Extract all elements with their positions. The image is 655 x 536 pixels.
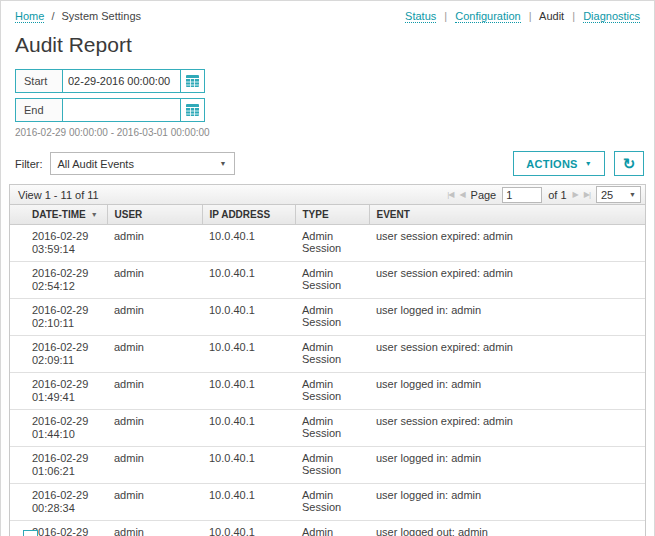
pagination: |◀ ◀ Page of 1 ▶ ▶| 25 ▼ bbox=[447, 186, 641, 203]
column-header-user[interactable]: USER bbox=[107, 205, 202, 224]
cell-date: 2016-02-29 bbox=[32, 378, 100, 391]
audit-table-body: 2016-02-29 03:59:14 admin 10.0.40.1 Admi… bbox=[10, 224, 645, 536]
start-date-label: Start bbox=[16, 70, 63, 92]
page-of-text: of 1 bbox=[548, 189, 566, 201]
breadcrumb-home-link[interactable]: Home bbox=[15, 10, 44, 23]
cell-date-time: 2016-02-29 03:59:14 bbox=[10, 224, 107, 261]
nav-separator: | bbox=[572, 10, 575, 22]
refresh-icon: ↻ bbox=[623, 156, 636, 171]
breadcrumb-separator: / bbox=[51, 10, 54, 22]
actions-button[interactable]: ACTIONS ▼ bbox=[513, 151, 605, 176]
cell-date-time: 2016-02-29 02:54:12 bbox=[10, 261, 107, 298]
cell-user: admin bbox=[107, 224, 202, 261]
cell-user: admin bbox=[107, 520, 202, 536]
top-nav: Status | Configuration | Audit | Diagnos… bbox=[405, 10, 640, 22]
audit-table: DATE-TIME▼ USER IP ADDRESS TYPE EVENT 20… bbox=[10, 205, 645, 536]
cell-time: 02:54:12 bbox=[32, 280, 100, 293]
cell-event: user session expired: admin bbox=[369, 409, 645, 446]
next-page-button[interactable]: ▶ bbox=[573, 190, 578, 199]
table-row[interactable]: 2016-02-29 02:10:11 admin 10.0.40.1 Admi… bbox=[10, 298, 645, 335]
end-date-input[interactable] bbox=[63, 99, 180, 121]
cell-event: user session expired: admin bbox=[369, 224, 645, 261]
table-row[interactable]: 2016-02-29 02:54:12 admin 10.0.40.1 Admi… bbox=[10, 261, 645, 298]
cell-date: 2016-02-29 bbox=[32, 415, 100, 428]
column-label: DATE-TIME bbox=[32, 209, 86, 220]
cell-event: user session expired: admin bbox=[369, 335, 645, 372]
page-size-select[interactable]: 25 ▼ bbox=[596, 186, 641, 203]
sort-desc-icon: ▼ bbox=[91, 211, 98, 218]
table-row[interactable]: 2016-02-29 01:44:10 admin 10.0.40.1 Admi… bbox=[10, 409, 645, 446]
cell-date-time: 2016-02-29 02:09:11 bbox=[10, 335, 107, 372]
cell-time: 01:49:41 bbox=[32, 391, 100, 404]
end-calendar-button[interactable] bbox=[180, 99, 204, 121]
nav-separator: | bbox=[529, 10, 532, 22]
cell-user: admin bbox=[107, 298, 202, 335]
cell-date-time: 2016-02-29 02:10:11 bbox=[10, 298, 107, 335]
start-calendar-button[interactable] bbox=[180, 70, 204, 92]
page-size-value: 25 bbox=[601, 189, 613, 201]
refresh-button[interactable]: ↻ bbox=[614, 151, 644, 176]
cell-user: admin bbox=[107, 335, 202, 372]
cell-event: user logged out: admin bbox=[369, 520, 645, 536]
column-header-ip-address[interactable]: IP ADDRESS bbox=[202, 205, 295, 224]
cell-type: Admin Session bbox=[295, 446, 369, 483]
cell-type: Admin Session bbox=[295, 335, 369, 372]
nav-configuration-link[interactable]: Configuration bbox=[455, 10, 520, 23]
first-page-button[interactable]: |◀ bbox=[447, 190, 453, 199]
table-row[interactable]: 2016-02-29 00:28:34 admin 10.0.40.1 Admi… bbox=[10, 483, 645, 520]
page-number-input[interactable] bbox=[502, 187, 542, 203]
cell-date: 2016-02-29 bbox=[32, 267, 100, 280]
audit-events-filter-select[interactable]: All Audit Events ▼ bbox=[50, 152, 235, 175]
partial-calendar-box bbox=[23, 530, 38, 536]
table-row[interactable]: 2016-02-29 01:06:21 admin 10.0.40.1 Admi… bbox=[10, 446, 645, 483]
breadcrumb-current: System Settings bbox=[62, 10, 141, 22]
cell-date: 2016-02-29 bbox=[32, 230, 100, 243]
column-header-type[interactable]: TYPE bbox=[295, 205, 369, 224]
column-header-event[interactable]: EVENT bbox=[369, 205, 645, 224]
table-row[interactable]: 2016-02-29 02:09:11 admin 10.0.40.1 Admi… bbox=[10, 335, 645, 372]
cell-user: admin bbox=[107, 446, 202, 483]
start-date-input[interactable] bbox=[63, 70, 180, 92]
cell-type: Admin Session bbox=[295, 409, 369, 446]
nav-status-link[interactable]: Status bbox=[405, 10, 436, 23]
cell-event: user logged in: admin bbox=[369, 483, 645, 520]
cell-date: 2016-02-29 bbox=[32, 489, 100, 502]
cell-time: 00:28:34 bbox=[32, 502, 100, 515]
chevron-down-icon: ▼ bbox=[629, 191, 636, 198]
cell-ip-address: 10.0.40.1 bbox=[202, 372, 295, 409]
column-header-date-time[interactable]: DATE-TIME▼ bbox=[10, 205, 107, 224]
last-page-button[interactable]: ▶| bbox=[584, 190, 590, 199]
nav-audit-current: Audit bbox=[539, 10, 564, 22]
cell-type: Admin Session bbox=[295, 298, 369, 335]
table-header-row: DATE-TIME▼ USER IP ADDRESS TYPE EVENT bbox=[10, 205, 645, 224]
audit-report-page: Home / System Settings Status | Configur… bbox=[0, 0, 655, 536]
calendar-icon bbox=[186, 104, 199, 116]
cell-date-time: 2016-02-29 01:06:21 bbox=[10, 446, 107, 483]
table-row[interactable]: 2016-02-29 00:28:28 admin 10.0.40.1 Admi… bbox=[10, 520, 645, 536]
date-range-text: 2016-02-29 00:00:00 - 2016-03-01 00:00:0… bbox=[15, 127, 640, 138]
breadcrumb: Home / System Settings bbox=[15, 10, 141, 22]
grid-toolbar: View 1 - 11 of 11 |◀ ◀ Page of 1 ▶ ▶| 25… bbox=[10, 185, 645, 205]
actions-button-label: ACTIONS bbox=[526, 158, 578, 170]
cell-event: user logged in: admin bbox=[369, 372, 645, 409]
cell-ip-address: 10.0.40.1 bbox=[202, 298, 295, 335]
cell-time: 02:09:11 bbox=[32, 354, 100, 367]
cell-date: 2016-02-29 bbox=[32, 341, 100, 354]
cell-date-time: 2016-02-29 01:49:41 bbox=[10, 372, 107, 409]
filter-selected-value: All Audit Events bbox=[58, 158, 134, 170]
cell-date: 2016-02-29 bbox=[32, 304, 100, 317]
page-label: Page bbox=[471, 189, 497, 201]
cell-ip-address: 10.0.40.1 bbox=[202, 483, 295, 520]
cell-ip-address: 10.0.40.1 bbox=[202, 224, 295, 261]
prev-page-button[interactable]: ◀ bbox=[459, 190, 464, 199]
table-row[interactable]: 2016-02-29 03:59:14 admin 10.0.40.1 Admi… bbox=[10, 224, 645, 261]
nav-separator: | bbox=[444, 10, 447, 22]
cell-user: admin bbox=[107, 261, 202, 298]
chevron-down-icon: ▼ bbox=[585, 160, 592, 167]
nav-diagnostics-link[interactable]: Diagnostics bbox=[583, 10, 640, 23]
table-row[interactable]: 2016-02-29 01:49:41 admin 10.0.40.1 Admi… bbox=[10, 372, 645, 409]
end-date-label: End bbox=[16, 99, 63, 121]
cell-date-time: 2016-02-29 00:28:34 bbox=[10, 483, 107, 520]
cell-time: 01:44:10 bbox=[32, 428, 100, 441]
cell-type: Admin Session bbox=[295, 261, 369, 298]
